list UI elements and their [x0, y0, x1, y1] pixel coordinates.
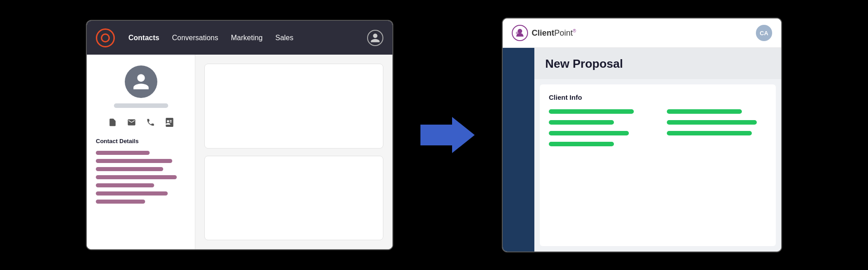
crm-card-bottom: [204, 156, 383, 241]
crm-nav-conversations[interactable]: Conversations: [172, 34, 218, 42]
cp-field-7: [549, 142, 614, 146]
crm-detail-line-2: [96, 159, 172, 163]
crm-detail-line-3: [96, 167, 163, 171]
cp-user-avatar[interactable]: CA: [756, 25, 772, 41]
crm-nav-contacts[interactable]: Contacts: [128, 34, 159, 42]
svg-marker-0: [420, 117, 475, 153]
crm-card-top: [204, 64, 383, 149]
crm-action-icons: [106, 116, 176, 129]
clientpoint-window: ClientPoint® CA New Proposal Client Info: [502, 18, 782, 252]
crm-body: Contact Details: [87, 55, 392, 249]
crm-sidebar: Contact Details: [87, 55, 195, 249]
cp-logo-area: ClientPoint®: [512, 25, 756, 41]
crm-window: Contacts Conversations Marketing Sales: [86, 20, 393, 250]
crm-contact-avatar: [125, 65, 157, 98]
crm-detail-line-5: [96, 183, 154, 187]
crm-logo-inner: [101, 33, 110, 42]
cp-proposal-title: New Proposal: [545, 57, 770, 71]
cp-field-3: [549, 120, 614, 125]
cp-field-5: [549, 131, 629, 135]
clientpoint-logo-icon: [512, 25, 528, 41]
crm-nav-sales[interactable]: Sales: [275, 34, 293, 42]
crm-detail-line-7: [96, 200, 145, 204]
crm-nav-marketing[interactable]: Marketing: [231, 34, 263, 42]
cp-main: New Proposal Client Info: [534, 48, 781, 251]
crm-detail-line-1: [96, 151, 150, 155]
cp-sidebar: [503, 48, 534, 251]
crm-navbar: Contacts Conversations Marketing Sales: [87, 21, 392, 55]
cp-field-2: [667, 109, 742, 114]
crm-contact-details-title: Contact Details: [96, 138, 139, 144]
main-container: Contacts Conversations Marketing Sales: [0, 0, 868, 270]
crm-nav-items: Contacts Conversations Marketing Sales: [128, 34, 354, 42]
crm-content: [195, 55, 392, 249]
cp-logo-text: ClientPoint®: [532, 28, 576, 38]
cp-client-info-title: Client Info: [549, 93, 767, 101]
crm-user-icon[interactable]: [367, 30, 383, 46]
cp-field-4: [667, 120, 757, 125]
svg-point-3: [516, 32, 519, 34]
crm-logo-icon: [96, 28, 115, 47]
crm-detail-line-6: [96, 191, 168, 196]
crm-detail-lines: [96, 151, 186, 204]
cp-logo-trademark: ®: [573, 28, 576, 33]
cp-content-area: Client Info: [540, 84, 776, 246]
cp-body: New Proposal Client Info: [503, 48, 781, 251]
cp-field-1: [549, 109, 634, 114]
cp-field-6: [667, 131, 752, 135]
cp-fields-grid: [549, 109, 767, 146]
right-arrow-icon: [420, 115, 475, 155]
crm-add-contact-icon[interactable]: [106, 116, 119, 129]
crm-detail-line-4: [96, 175, 177, 179]
crm-phone-icon[interactable]: [144, 116, 157, 129]
crm-contact-name-placeholder: [114, 103, 168, 108]
arrow-container: [420, 115, 475, 155]
crm-contact-card-icon[interactable]: [163, 116, 176, 129]
crm-email-icon[interactable]: [125, 116, 138, 129]
cp-navbar: ClientPoint® CA: [503, 19, 781, 48]
cp-logo-client: Client: [532, 28, 554, 37]
cp-header: New Proposal: [534, 48, 781, 79]
cp-logo-point: Point: [554, 28, 573, 37]
